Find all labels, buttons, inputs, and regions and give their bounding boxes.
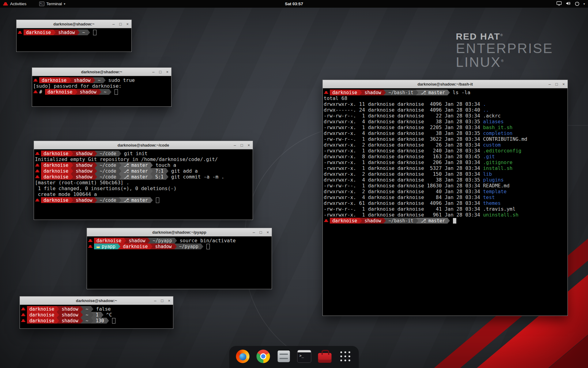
terminal-body[interactable]: darknoiseshadow~sudo true[sudo] password… bbox=[32, 76, 171, 106]
chevron-down-icon: ▾ bbox=[583, 2, 585, 6]
display-icon bbox=[556, 1, 562, 6]
dock-item-files[interactable] bbox=[277, 349, 291, 364]
powerline-arrow bbox=[71, 162, 73, 168]
minimize-button[interactable]: – bbox=[112, 22, 115, 26]
volume-icon bbox=[566, 1, 571, 6]
maximize-button[interactable]: □ bbox=[159, 70, 162, 74]
activities-button[interactable]: Activities bbox=[3, 2, 26, 6]
close-button[interactable]: × bbox=[126, 22, 129, 26]
output-line: [sudo] password for darknoise: bbox=[33, 83, 170, 89]
prompt-segment-path: ~/code bbox=[97, 197, 119, 203]
powerline-arrow bbox=[119, 174, 121, 180]
dock-item-app-grid[interactable] bbox=[338, 349, 353, 364]
minimize-button[interactable]: – bbox=[152, 70, 154, 74]
prompt-segment-host: shadow bbox=[59, 306, 81, 312]
dock-item-firefox[interactable] bbox=[236, 349, 250, 364]
prompt-line: # darknoiseshadow~ bbox=[33, 89, 170, 95]
close-button[interactable]: × bbox=[168, 299, 170, 303]
prompt-segment-git: ⎇ master bbox=[121, 197, 150, 203]
powerline-arrow bbox=[99, 89, 101, 95]
ribbon-stripe bbox=[352, 316, 588, 368]
terminal-body[interactable]: darknoiseshadow~/pyappsource bin/activat… bbox=[87, 236, 272, 289]
prompt-line: darknoiseshadow~/code⎇ master?:1git add … bbox=[35, 168, 252, 174]
maximize-button[interactable]: □ bbox=[260, 230, 262, 234]
powerline-arrow bbox=[95, 162, 97, 168]
output-line: -rwxrwxr-x. 1 darknoise darknoise 240 Ja… bbox=[324, 148, 567, 154]
prompt-segment-path: ~/code bbox=[97, 162, 119, 168]
redhat-prompt-icon bbox=[35, 175, 40, 179]
prompt-segment-host: shadow bbox=[56, 29, 77, 35]
powerline-arrow bbox=[71, 168, 73, 174]
maximize-button[interactable]: □ bbox=[241, 143, 243, 147]
minimize-button[interactable]: – bbox=[548, 82, 551, 86]
terminal-body[interactable]: darknoiseshadow~ bbox=[17, 28, 131, 52]
output-line: -rw-rw-r--. 1 darknoise darknoise 3622 J… bbox=[324, 136, 567, 142]
prompt-segment-host: shadow bbox=[73, 174, 95, 180]
prompt-segment-user: darknoise bbox=[41, 174, 71, 180]
minimize-button[interactable]: – bbox=[154, 299, 156, 303]
prompt-segment-path: ~ bbox=[83, 312, 91, 318]
window-titlebar[interactable]: darknoise@shadow:~ – □ × bbox=[20, 297, 173, 305]
powerline-arrow bbox=[447, 218, 450, 224]
prompt-line: darknoiseshadow~1^C bbox=[21, 312, 172, 318]
dock-item-toolbox[interactable] bbox=[318, 349, 332, 364]
close-button[interactable]: × bbox=[562, 82, 565, 86]
close-button[interactable]: × bbox=[166, 70, 168, 74]
output-line: drwxrwxr-x. 4 darknoise darknoise 84 Jan… bbox=[324, 194, 567, 200]
git-branch-icon: ⎇ bbox=[124, 168, 130, 174]
terminal-app-icon bbox=[39, 2, 44, 6]
output-line: Initialized empty Git repository in /hom… bbox=[35, 156, 252, 162]
close-button[interactable]: × bbox=[247, 143, 250, 147]
prompt-segment-host: shadow bbox=[73, 162, 95, 168]
clock[interactable]: Sat 03:57 bbox=[285, 2, 303, 6]
terminal-body[interactable]: darknoiseshadow~falsedarknoiseshadow~1^C… bbox=[20, 305, 173, 328]
close-button[interactable]: × bbox=[266, 230, 269, 234]
command-text: ls -la bbox=[453, 90, 470, 95]
output-line: -rw-rw-r--. 1 darknoise darknoise 41 Jan… bbox=[324, 206, 567, 212]
terminal-cursor bbox=[115, 89, 118, 95]
prompt-segment-path: ~ bbox=[80, 29, 87, 35]
terminal-body[interactable]: darknoiseshadow~/bash-it⎇ masterls -lato… bbox=[323, 88, 567, 316]
prompt-segment-count: 130 bbox=[93, 318, 107, 324]
window-titlebar[interactable]: darknoise@shadow:~/code – □ × bbox=[34, 141, 253, 149]
minimize-button[interactable]: – bbox=[253, 230, 255, 234]
minimize-button[interactable]: – bbox=[234, 143, 236, 147]
activities-label: Activities bbox=[10, 2, 26, 6]
dock-item-chrome[interactable] bbox=[256, 349, 271, 364]
powerline-arrow bbox=[118, 243, 120, 249]
prompt-segment-host: shadow bbox=[73, 197, 95, 203]
maximize-button[interactable]: □ bbox=[556, 82, 558, 86]
window-titlebar[interactable]: darknoise@shadow:~ – □ × bbox=[32, 68, 171, 76]
redhat-brand-watermark: RED HAT® ENTERPRISE LINUX® bbox=[456, 32, 553, 69]
powerline-arrow bbox=[91, 306, 93, 312]
window-titlebar[interactable]: darknoise@shadow:~ – □ × bbox=[17, 20, 131, 28]
prompt-segment-user: darknoise bbox=[27, 318, 57, 324]
powerline-arrow bbox=[150, 243, 153, 249]
powerline-arrow bbox=[88, 29, 90, 35]
maximize-button[interactable]: □ bbox=[119, 22, 122, 26]
command-text: touch a bbox=[156, 162, 176, 168]
powerline-arrow bbox=[57, 318, 59, 324]
prompt-segment-path: ~/pyapp bbox=[150, 238, 174, 243]
output-line: [master (root-commit) 50bcb63] . bbox=[35, 180, 252, 186]
app-menu-terminal[interactable]: Terminal ▾ bbox=[39, 2, 65, 6]
powerline-arrow bbox=[150, 168, 153, 174]
status-area[interactable]: ▾ bbox=[556, 1, 585, 7]
git-branch-icon: ⎇ bbox=[421, 218, 428, 224]
window-titlebar[interactable]: darknoise@shadow:~/bash-it – □ × bbox=[323, 80, 567, 88]
maximize-button[interactable]: □ bbox=[161, 299, 164, 303]
prompt-segment-user: darknoise bbox=[24, 29, 53, 35]
prompt-segment-path: ~ bbox=[95, 77, 103, 83]
brand-line1: RED HAT bbox=[456, 31, 500, 41]
window-titlebar[interactable]: darknoise@shadow:~/pyapp – □ × bbox=[87, 228, 272, 236]
dock-item-terminal[interactable] bbox=[297, 349, 312, 364]
output-line: -rw-rw-r--. 1 darknoise darknoise 22 Jan… bbox=[324, 113, 567, 119]
command-text: git commit -a -m . bbox=[171, 174, 224, 180]
prompt-segment-user: darknoise bbox=[39, 77, 69, 83]
terminal-body[interactable]: darknoiseshadow~/codegit initInitialized… bbox=[34, 149, 253, 220]
output-line: -rwxrwxr-x. 1 darknoise darknoise 206 Ja… bbox=[324, 159, 567, 165]
powerline-arrow bbox=[91, 318, 93, 324]
chrome-icon bbox=[257, 350, 270, 363]
command-text: source bin/activate bbox=[180, 238, 236, 243]
prompt-segment-count: 1 bbox=[93, 312, 101, 318]
